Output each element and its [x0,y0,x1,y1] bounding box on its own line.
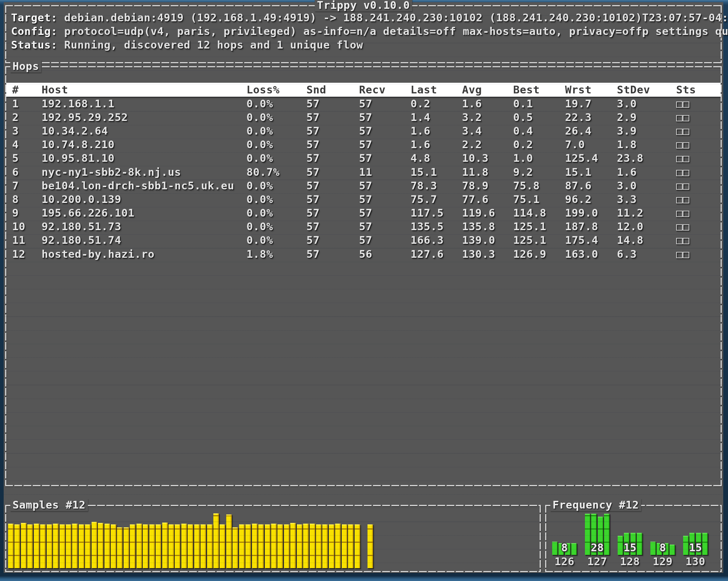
hops-cell-sts: □□ [676,166,717,178]
hops-cell-best: 126.9 [513,248,565,260]
sample-bar [104,524,110,568]
hops-cell-loss: 1.8% [246,248,306,260]
hops-cell-snd: 57 [306,248,359,260]
hops-cell-stdev: 6.3 [617,248,676,260]
hops-cell-stdev: 11.2 [617,207,676,219]
hops-cell-best: 75.1 [513,193,565,206]
hops-row[interactable]: 410.74.8.2100.0%57571.62.20.27.01.8□□ [6,138,721,152]
hops-cell-num: 10 [12,220,42,233]
sample-bar [136,524,142,568]
sample-bar [303,524,309,568]
sample-bar [175,524,180,568]
sample-bar [188,524,193,568]
sample-bar [252,524,258,568]
sample-bar [124,527,129,568]
shortcut-hints: p settings quit [642,25,728,38]
sample-bar [213,513,219,568]
sample-bar [200,524,206,568]
sample-bar [143,524,148,568]
hops-cell-num: 7 [12,179,42,192]
hops-cell-best: 125.1 [513,220,565,233]
hops-cell-stdev: StDev [617,83,676,96]
hops-cell-snd: 57 [306,97,359,110]
hops-cell-sts: □□ [676,125,717,137]
hops-row[interactable]: 1092.180.51.730.0%5757135.5135.8125.1187… [6,220,721,234]
hops-row[interactable]: 1192.180.51.740.0%5757166.3139.0125.1175… [6,234,721,247]
hops-row[interactable]: 810.200.0.1390.0%575775.777.675.196.23.3… [6,192,721,206]
hops-cell-host: 92.180.51.74 [42,234,246,246]
hops-cell-num: 11 [12,234,42,246]
hops-cell-stdev: 14.8 [617,234,676,246]
hops-cell-recv: 57 [359,97,411,110]
sample-bar [130,524,135,568]
hops-cell-recv: 11 [359,166,411,178]
sample-bar [207,524,213,568]
sample-bar [310,524,315,568]
sample-bar [92,522,97,568]
samples-panel: Samples #12 [5,505,541,572]
status-label: Status: [11,38,57,52]
sample-bar [239,524,245,568]
sample-bar [355,524,360,568]
hops-cell-best: 0.1 [513,97,565,110]
hops-cell-snd: 57 [306,125,359,137]
hops-row[interactable]: 2192.95.29.2520.0%57571.43.20.522.32.9□□ [6,110,721,124]
sample-bar [162,523,168,568]
hops-cell-best: 0.4 [513,125,565,137]
hops-row[interactable]: 510.95.81.100.0%57574.810.31.0125.423.8□… [6,152,721,165]
hops-cell-wrst: 19.7 [565,97,617,110]
hops-cell-host: 192.168.1.1 [42,97,246,110]
config-value: protocol=udp(v4, paris, privileged) as-i… [64,25,642,38]
hops-row[interactable]: 1192.168.1.10.0%57570.21.60.119.73.0□□ [6,97,721,110]
hops-cell-recv: 57 [359,207,411,219]
hops-cell-num: 5 [12,152,42,164]
hops-row[interactable]: 310.34.2.640.0%57571.63.40.426.43.9□□ [6,124,721,138]
hops-cell-avg: 1.6 [462,97,513,110]
hops-cell-wrst: 187.8 [565,220,617,233]
sample-bar [277,524,283,568]
hops-cell-num: 2 [12,111,42,124]
hops-panel: Hops #HostLoss%SndRecvLastAvgBestWrstStD… [5,66,722,486]
hops-cell-recv: 57 [359,234,411,246]
hops-cell-stdev: 3.0 [617,97,676,110]
hops-cell-wrst: 96.2 [565,193,617,206]
hops-cell-sts: □□ [676,248,717,260]
hops-cell-stdev: 2.9 [617,111,676,124]
hops-cell-snd: 57 [306,152,359,164]
sample-bar [284,524,290,568]
hops-row[interactable]: 6nyc-ny1-sbb2-8k.nj.us80.7%571115.111.89… [6,165,721,179]
hops-cell-wrst: Wrst [565,83,617,96]
config-line: Config: protocol=udp(v4, paris, privileg… [11,25,717,38]
hops-cell-wrst: 26.4 [565,125,617,137]
hops-cell-avg: 3.2 [462,111,513,124]
hops-cell-avg: 139.0 [462,234,513,246]
sample-bar [111,524,116,568]
hops-cell-host: 10.95.81.10 [42,152,246,164]
hops-row[interactable]: 12hosted-by.hazi.ro1.8%5756127.6130.3126… [6,247,721,261]
hops-cell-wrst: 87.6 [565,179,617,192]
sample-bar [329,524,334,568]
hops-cell-best: 1.0 [513,152,565,164]
sample-bar [258,524,264,568]
hops-row[interactable]: 9195.66.226.1010.0%5757117.5119.6114.819… [6,206,721,220]
sample-bar [194,524,200,568]
hops-cell-snd: 57 [306,220,359,233]
hops-cell-host: Host [42,83,246,96]
hops-cell-last: Last [411,83,462,96]
sample-bar [21,523,26,568]
hops-cell-last: 1.6 [411,125,462,137]
frequency-count: 15 [617,541,643,554]
hops-cell-num: 8 [12,193,42,206]
hops-cell-stdev: 12.0 [617,220,676,233]
target-line: Target: debian.debian:4919 (192.168.1.49… [11,11,717,25]
hops-cell-recv: 57 [359,138,411,151]
sample-bar [226,514,232,568]
frequency-bin-label: 126 [554,555,574,568]
sample-bar [342,524,347,568]
sample-bar [335,524,341,568]
sample-bar [27,524,33,568]
hops-row[interactable]: 7be104.lon-drch-sbb1-nc5.uk.eu0.0%575778… [6,179,721,192]
terminal-screen: Trippy v0.10.0 Target: debian.debian:491… [4,2,723,573]
frequency-bin: 8126 [551,512,578,568]
hops-cell-last: 4.8 [411,152,462,164]
